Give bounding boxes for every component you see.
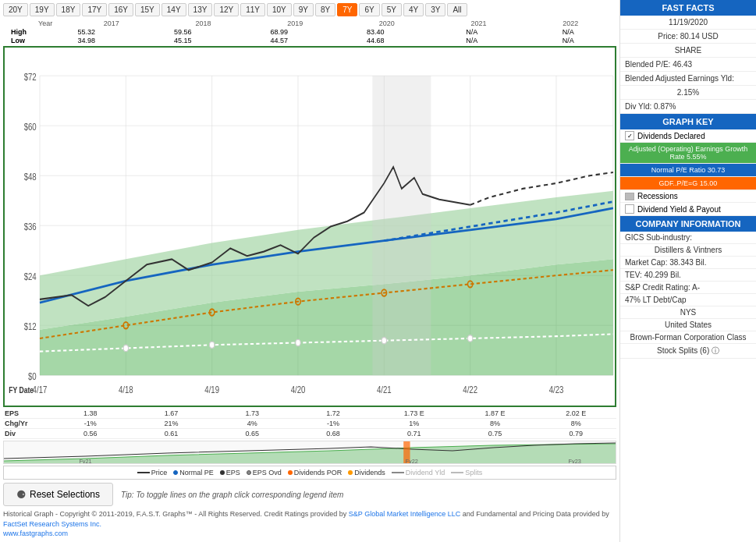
gk-dividend-yield-check — [625, 204, 634, 214]
time-btn-3y[interactable]: 3Y — [425, 3, 445, 16]
footer-link2[interactable]: FactSet Research Systems Inc. — [3, 520, 101, 528]
footer: Historical Graph - Copyright © 2011-2019… — [3, 509, 616, 539]
year-cell-2017: 2017 — [66, 19, 158, 27]
time-btn-6y[interactable]: 6Y — [359, 3, 379, 16]
time-btn-13y[interactable]: 13Y — [188, 3, 213, 16]
year-cell-2022: 2022 — [524, 19, 616, 27]
company-gics-label: GICS Sub-industry: — [620, 232, 756, 244]
reset-button[interactable]: ⚈ Reset Selections — [3, 483, 113, 506]
svg-text:$36: $36 — [24, 221, 37, 232]
time-btn-4y[interactable]: 4Y — [403, 3, 424, 16]
time-btn-20y[interactable]: 20Y — [3, 3, 28, 16]
graph-key-header: GRAPH KEY — [620, 114, 756, 129]
high-cell-3: 83.40 — [328, 28, 424, 36]
legend-dividends[interactable]: Dividends — [348, 469, 385, 476]
legend-normal-pe[interactable]: Normal PE — [173, 469, 214, 476]
data-rows: EPS 1.38 1.67 1.73 1.72 1.73 E 1.87 E 2.… — [3, 409, 616, 439]
time-btn-11y[interactable]: 11Y — [240, 3, 265, 16]
company-info-header: COMPANY INFORMATION — [620, 216, 756, 232]
high-cell-1: 59.56 — [135, 28, 232, 36]
gk-dividend-yield-label: Dividend Yield & Payout — [637, 205, 721, 214]
svg-text:4/19: 4/19 — [204, 384, 219, 394]
company-name: Brown-Forman Corporation Class — [620, 331, 756, 344]
footer-text2: and Fundamental and Pricing Data provide… — [460, 510, 609, 518]
gk-dividend-yield: Dividend Yield & Payout — [620, 203, 756, 216]
gk-gdpe-label: GDF..P/E=G 15.00 — [659, 179, 718, 187]
svg-marker-44 — [4, 444, 616, 464]
svg-text:4/20: 4/20 — [291, 384, 306, 394]
svg-text:$0: $0 — [28, 371, 37, 381]
legend-dividend-yld[interactable]: Dividend Yld — [392, 469, 445, 476]
svg-text:4/21: 4/21 — [377, 384, 392, 394]
legend-eps-label: EPS — [226, 469, 240, 476]
legend-dividends-por-label: Dividends POR — [294, 469, 343, 476]
legend-eps-ovd[interactable]: EPS Ovd — [247, 469, 282, 476]
svg-rect-32 — [372, 76, 431, 375]
svg-point-38 — [123, 345, 128, 351]
svg-text:4/22: 4/22 — [463, 384, 477, 394]
low-cell-5: N/A — [520, 37, 617, 44]
time-btn-5y[interactable]: 5Y — [382, 3, 402, 16]
fast-facts-share: SHARE — [620, 44, 756, 58]
high-cell-2: 68.99 — [231, 28, 328, 36]
time-btn-9y[interactable]: 9Y — [293, 3, 314, 16]
fast-facts-blended-pe: Blended P/E: 46.43 — [620, 58, 756, 72]
legend-dividends-por[interactable]: Dividends POR — [288, 469, 343, 476]
eps-cells: 1.38 1.67 1.73 1.72 1.73 E 1.87 E 2.02 E — [50, 409, 616, 418]
high-cell-4: N/A — [424, 28, 520, 36]
svg-text:4/18: 4/18 — [119, 384, 133, 394]
footer-link1[interactable]: S&P Global Market Intelligence LLC — [349, 510, 460, 518]
tip-text: Tip: To toggle lines on the graph click … — [121, 491, 343, 499]
low-cell-1: 45.15 — [135, 37, 232, 44]
time-btn-16y[interactable]: 16Y — [108, 3, 133, 16]
gk-dividends-check: ✓ — [625, 131, 634, 140]
high-values-row: 55.3259.5668.9983.40N/AN/A — [38, 28, 616, 36]
legend-eps-ovd-label: EPS Ovd — [253, 469, 282, 476]
year-cell-2021: 2021 — [433, 19, 525, 27]
low-cell-0: 34.98 — [38, 37, 135, 44]
time-btn-10y[interactable]: 10Y — [267, 3, 292, 16]
chgyr-label: Chg/Yr — [3, 419, 50, 428]
time-btn-14y[interactable]: 14Y — [161, 3, 186, 16]
high-cell-0: 55.32 — [38, 28, 135, 36]
footer-link3[interactable]: www.fastgraphs.com — [3, 530, 68, 537]
time-btn-15y[interactable]: 15Y — [135, 3, 160, 16]
company-tev: TEV: 40.299 Bil. — [620, 269, 756, 282]
gk-recessions-label: Recessions — [637, 192, 678, 200]
bottom-controls: ⚈ Reset Selections Tip: To toggle lines … — [3, 483, 616, 506]
fast-facts-price: Price: 80.14 USD — [620, 30, 756, 44]
gk-dividends-label: Dividends Declared — [637, 132, 705, 140]
reset-button-label: Reset Selections — [30, 489, 100, 500]
eps-label: EPS — [3, 409, 50, 418]
legend-splits[interactable]: Splits — [451, 469, 482, 476]
svg-text:Fy21: Fy21 — [79, 459, 91, 464]
company-splits: Stock Splits (6) ⓘ — [620, 344, 756, 359]
svg-point-42 — [467, 335, 472, 342]
time-btn-all[interactable]: All — [447, 3, 467, 16]
time-btn-8y[interactable]: 8Y — [315, 3, 335, 16]
time-btn-18y[interactable]: 18Y — [56, 3, 81, 16]
legend-eps[interactable]: EPS — [220, 469, 240, 476]
reset-icon: ⚈ — [16, 488, 27, 501]
gk-recessions-box — [625, 193, 634, 200]
chgyr-cells: -1% 21% 4% -1% 1% 8% 8% — [50, 419, 616, 428]
high-cell-5: N/A — [520, 28, 617, 36]
legend-price-label: Price — [151, 469, 168, 476]
legend-normal-pe-label: Normal PE — [179, 469, 214, 476]
legend-splits-label: Splits — [465, 469, 482, 476]
legend-dividend-yld-label: Dividend Yld — [406, 469, 445, 476]
time-btn-7y[interactable]: 7Y — [337, 3, 357, 16]
legend-price[interactable]: Price — [137, 469, 168, 476]
mini-chart: Fy21 Fy22 Fy23 — [3, 441, 616, 464]
time-btn-17y[interactable]: 17Y — [82, 3, 107, 16]
time-btn-19y[interactable]: 19Y — [30, 3, 55, 16]
svg-text:$24: $24 — [24, 271, 37, 282]
time-btn-12y[interactable]: 12Y — [214, 3, 239, 16]
company-country: United States — [620, 319, 756, 331]
svg-point-41 — [382, 338, 386, 344]
low-cell-3: 44.68 — [328, 37, 424, 44]
company-exchange: NYS — [620, 306, 756, 319]
svg-text:FY Date: FY Date — [9, 384, 34, 394]
svg-text:$12: $12 — [24, 321, 37, 331]
div-label: Div — [3, 429, 50, 438]
